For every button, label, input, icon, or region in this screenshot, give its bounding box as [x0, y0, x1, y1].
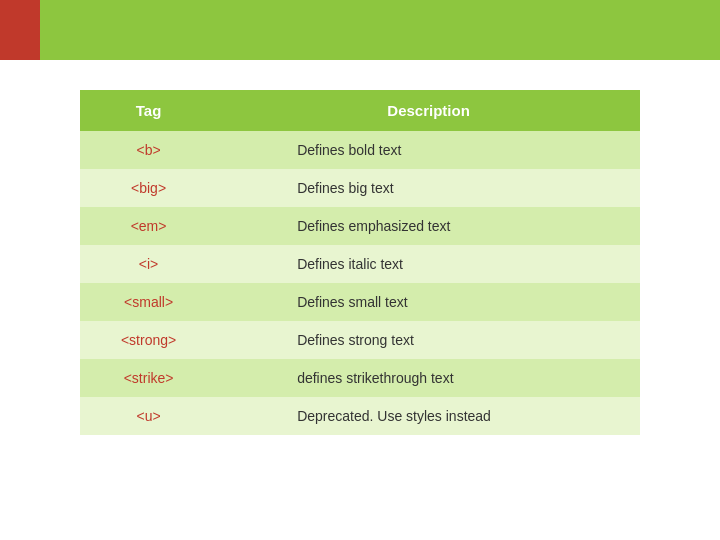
table-row: <strike>defines strikethrough text — [80, 359, 640, 397]
top-bar-accent — [0, 0, 40, 60]
tag-cell: <big> — [80, 169, 217, 207]
tag-cell: <strike> — [80, 359, 217, 397]
tag-cell: <small> — [80, 283, 217, 321]
top-bar — [0, 0, 720, 60]
description-cell: Defines strong text — [217, 321, 640, 359]
table-row: <big>Defines big text — [80, 169, 640, 207]
table-row: <small>Defines small text — [80, 283, 640, 321]
description-cell: defines strikethrough text — [217, 359, 640, 397]
tag-cell: <i> — [80, 245, 217, 283]
table-row: <em>Defines emphasized text — [80, 207, 640, 245]
description-cell: Defines italic text — [217, 245, 640, 283]
description-cell: Deprecated. Use styles instead — [217, 397, 640, 435]
description-cell: Defines big text — [217, 169, 640, 207]
table-row: <u>Deprecated. Use styles instead — [80, 397, 640, 435]
column-description: Description — [217, 90, 640, 131]
tag-cell: <em> — [80, 207, 217, 245]
column-tag: Tag — [80, 90, 217, 131]
tag-cell: <u> — [80, 397, 217, 435]
tag-cell: <b> — [80, 131, 217, 169]
description-cell: Defines emphasized text — [217, 207, 640, 245]
html-tags-table: Tag Description <b>Defines bold text<big… — [80, 90, 640, 435]
table-row: <b>Defines bold text — [80, 131, 640, 169]
table-row: <i>Defines italic text — [80, 245, 640, 283]
table-row: <strong>Defines strong text — [80, 321, 640, 359]
tag-cell: <strong> — [80, 321, 217, 359]
description-cell: Defines bold text — [217, 131, 640, 169]
description-cell: Defines small text — [217, 283, 640, 321]
table-header-row: Tag Description — [80, 90, 640, 131]
